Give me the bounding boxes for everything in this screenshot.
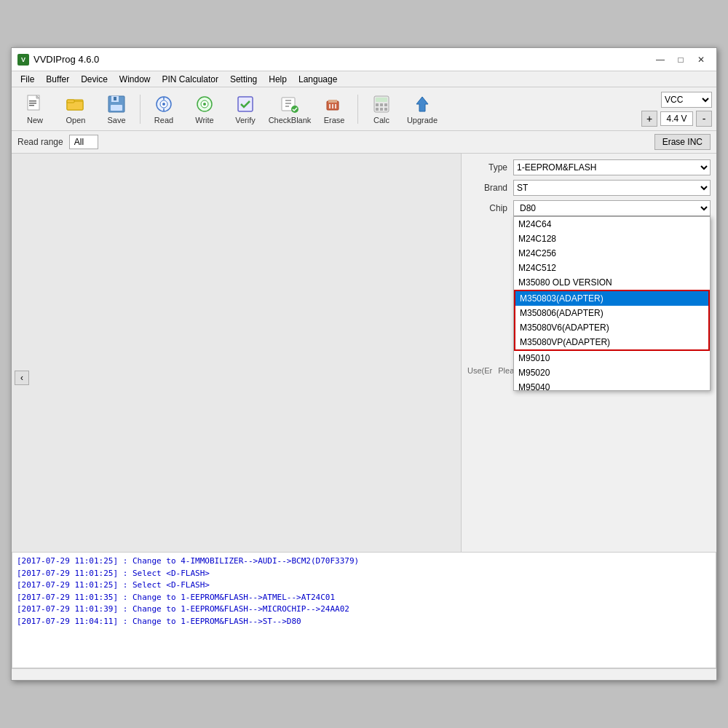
- read-range-bar: Read range Erase INC: [12, 131, 716, 154]
- volt-minus-button[interactable]: -: [696, 111, 712, 127]
- window-title: VVDIProg 4.6.0: [33, 54, 651, 65]
- volt-display: 4.4 V: [660, 111, 693, 126]
- dropdown-item[interactable]: M95040: [514, 380, 710, 391]
- type-select[interactable]: 1-EEPROM&FLASH: [513, 159, 711, 175]
- svg-rect-7: [67, 100, 74, 103]
- svg-point-19: [203, 103, 206, 106]
- minimize-button[interactable]: —: [651, 52, 670, 67]
- chip-row: Chip D80 M24C64M24C128M24C256M24C512M350…: [467, 200, 711, 216]
- main-content: ‹ Type 1-EEPROM&FLASH Brand ST Chip: [12, 154, 716, 552]
- svg-point-14: [162, 103, 165, 106]
- title-bar: V VVDIProg 4.6.0 — □ ✕: [12, 48, 716, 71]
- log-entry: [2017-07-29 11:01:25] : Select <D-FLASH>: [17, 568, 711, 580]
- menu-item-pin-calculator[interactable]: PIN Calculator: [157, 73, 224, 86]
- svg-rect-3: [29, 103, 36, 104]
- svg-rect-23: [285, 103, 291, 104]
- log-entry: [2017-07-29 11:01:25] : Select <D-FLASH>: [17, 579, 711, 592]
- svg-rect-32: [376, 98, 387, 102]
- checkblank-icon: [280, 94, 300, 114]
- chip-dropdown-list[interactable]: M24C64M24C128M24C256M24C512M35080 OLD VE…: [513, 216, 711, 391]
- dropdown-item[interactable]: M95010: [514, 351, 710, 365]
- dropdown-item[interactable]: M35080VP(ADAPTER): [514, 335, 710, 351]
- svg-rect-11: [114, 97, 116, 100]
- read-button[interactable]: Read: [145, 90, 183, 128]
- separator-2: [357, 95, 358, 124]
- checkblank-button[interactable]: CheckBlank: [267, 90, 312, 128]
- erase-button[interactable]: Erase: [315, 90, 353, 128]
- log-area: [2017-07-29 11:01:25] : Change to 4-IMMO…: [12, 552, 716, 668]
- vcc-row: VCC: [661, 92, 712, 108]
- menu-item-file[interactable]: File: [15, 73, 40, 86]
- right-panel: Type 1-EEPROM&FLASH Brand ST Chip D80: [462, 154, 716, 552]
- open-button[interactable]: Open: [57, 90, 95, 128]
- svg-rect-35: [384, 103, 387, 106]
- verify-button[interactable]: Verify: [226, 90, 264, 128]
- main-window: V VVDIProg 4.6.0 — □ ✕ FileBufferDeviceW…: [11, 47, 717, 681]
- calc-icon: [371, 94, 392, 114]
- dropdown-item[interactable]: M35080 OLD VERSION: [514, 275, 710, 290]
- chip-select[interactable]: D80: [513, 200, 711, 216]
- svg-rect-2: [29, 100, 36, 102]
- erase-icon: [324, 94, 344, 114]
- vcc-controls: VCC + 4.4 V -: [641, 92, 712, 127]
- svg-marker-39: [416, 97, 428, 111]
- dropdown-item[interactable]: M35080V6(ADAPTER): [514, 320, 710, 335]
- svg-rect-36: [376, 108, 379, 111]
- svg-rect-34: [380, 103, 383, 106]
- write-icon: [194, 94, 215, 114]
- calc-button[interactable]: Calc: [363, 90, 400, 128]
- nav-arrow[interactable]: ‹: [15, 371, 29, 385]
- svg-rect-37: [380, 108, 383, 111]
- vcc-select[interactable]: VCC: [661, 92, 712, 108]
- brand-label: Brand: [467, 183, 507, 193]
- write-button[interactable]: Write: [186, 90, 223, 128]
- type-row: Type 1-EEPROM&FLASH: [467, 159, 711, 175]
- hex-area: [12, 154, 461, 552]
- maximize-button[interactable]: □: [671, 52, 690, 67]
- read-range-label: Read range: [17, 137, 63, 147]
- log-entry: [2017-07-29 11:01:25] : Change to 4-IMMO…: [17, 555, 711, 568]
- menu-item-window[interactable]: Window: [114, 73, 157, 86]
- svg-rect-38: [384, 108, 387, 111]
- svg-rect-10: [111, 105, 122, 111]
- svg-rect-27: [328, 100, 337, 103]
- dropdown-item[interactable]: M24C128: [514, 232, 710, 246]
- dropdown-item[interactable]: M350803(ADAPTER): [514, 290, 710, 306]
- verify-icon: [235, 94, 256, 114]
- use-label: Use(Er: [467, 366, 492, 375]
- svg-rect-4: [29, 105, 34, 106]
- new-icon: [25, 94, 45, 114]
- window-controls: — □ ✕: [651, 52, 711, 67]
- erase-inc-button[interactable]: Erase INC: [654, 134, 711, 150]
- dropdown-item[interactable]: M24C512: [514, 261, 710, 275]
- svg-rect-20: [238, 97, 253, 111]
- chip-label: Chip: [467, 203, 507, 213]
- close-button[interactable]: ✕: [692, 52, 711, 67]
- dropdown-item[interactable]: M24C256: [514, 246, 710, 261]
- menu-item-help[interactable]: Help: [263, 73, 293, 86]
- brand-select[interactable]: ST: [513, 180, 711, 196]
- dropdown-item[interactable]: M95020: [514, 365, 710, 380]
- upgrade-button[interactable]: Upgrade: [403, 90, 441, 128]
- svg-rect-24: [285, 106, 289, 107]
- read-range-input[interactable]: [69, 135, 98, 149]
- chip-dropdown-container: D80 M24C64M24C128M24C256M24C512M35080 OL…: [513, 200, 711, 216]
- separator-1: [140, 95, 141, 124]
- menu-item-language[interactable]: Language: [293, 73, 343, 86]
- menu-item-device[interactable]: Device: [75, 73, 114, 86]
- log-entry: [2017-07-29 11:04:11] : Change to 1-EEPR…: [17, 616, 711, 628]
- menu-item-setting[interactable]: Setting: [224, 73, 263, 86]
- dropdown-item[interactable]: M350806(ADAPTER): [514, 306, 710, 320]
- volt-plus-button[interactable]: +: [641, 111, 657, 127]
- brand-row: Brand ST: [467, 180, 711, 196]
- save-button[interactable]: Save: [98, 90, 135, 128]
- svg-rect-22: [285, 100, 291, 101]
- save-icon: [106, 94, 127, 114]
- new-button[interactable]: New: [16, 90, 54, 128]
- menu-item-buffer[interactable]: Buffer: [40, 73, 75, 86]
- dropdown-item[interactable]: M24C64: [514, 217, 710, 232]
- open-icon: [66, 94, 86, 114]
- read-icon: [154, 94, 174, 114]
- bottom-bar: [12, 668, 716, 680]
- volt-row: + 4.4 V -: [641, 111, 712, 127]
